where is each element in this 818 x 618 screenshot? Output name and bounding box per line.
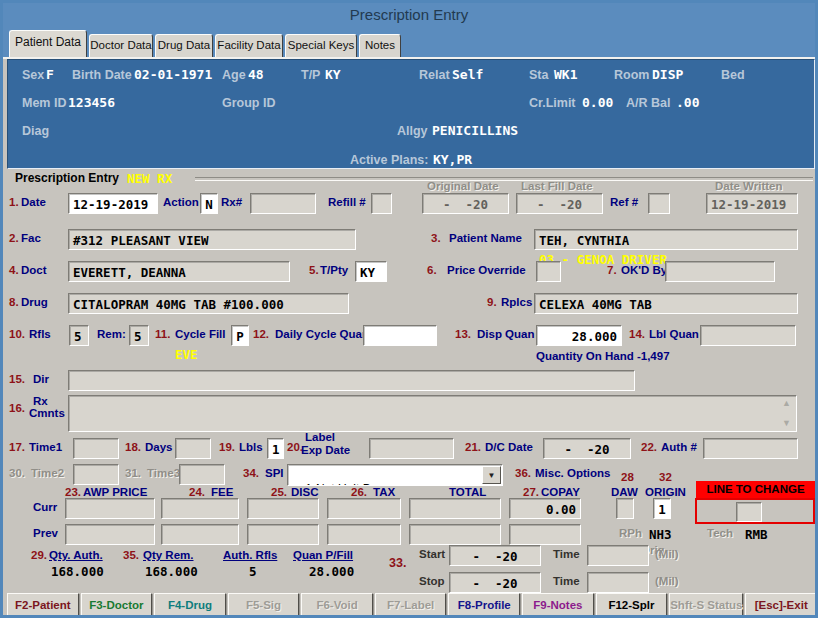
cr-limit-label: Cr.Limit bbox=[529, 96, 576, 110]
date-field[interactable]: 12-19-2019 bbox=[68, 193, 158, 214]
bed-label: Bed bbox=[721, 68, 745, 82]
scroll-up-icon[interactable]: ▲ bbox=[782, 399, 791, 408]
rx-cmnts-field[interactable] bbox=[68, 395, 797, 432]
tab-patient-data[interactable]: Patient Data bbox=[9, 30, 87, 57]
cycle-fill-field[interactable]: P bbox=[231, 325, 249, 346]
rfls-field[interactable]: 5 bbox=[69, 325, 89, 346]
auth-field[interactable] bbox=[703, 438, 798, 459]
rplcs-field[interactable]: CELEXA 40MG TAB bbox=[534, 293, 798, 314]
okd-by-field[interactable] bbox=[665, 261, 775, 282]
f2-patient-button[interactable]: F2-Patient bbox=[7, 593, 79, 617]
curr-copay-field[interactable]: 0.00 bbox=[509, 498, 581, 519]
facility-field[interactable]: #312 PLEASANT VIEW bbox=[68, 229, 356, 250]
okd-by-label: OK'D By bbox=[621, 264, 667, 276]
curr-fee-field[interactable] bbox=[161, 498, 239, 519]
doctor-field[interactable]: EVERETT, DEANNA bbox=[68, 261, 290, 282]
start-stop-num: 33. bbox=[389, 556, 406, 570]
start-time-field[interactable] bbox=[587, 545, 649, 566]
function-button-row: F2-Patient F3-Doctor F4-Drug F5-Sig F6-V… bbox=[7, 593, 817, 617]
daw-field[interactable] bbox=[616, 498, 634, 519]
f6-void-button: F6-Void bbox=[301, 593, 373, 617]
start-mil-label: (Mil) bbox=[655, 548, 679, 560]
tp-label: T/P bbox=[301, 68, 320, 82]
sex-label: Sex bbox=[22, 68, 44, 82]
rph-value: NH3 bbox=[649, 527, 672, 542]
patient-name-field[interactable]: TEH, CYNTHIA bbox=[534, 229, 798, 250]
okd-by-num: 7. bbox=[607, 264, 617, 276]
relat-value: Self bbox=[452, 67, 483, 82]
tab-drug-data[interactable]: Drug Data bbox=[155, 34, 213, 57]
ref-number-field[interactable] bbox=[648, 193, 670, 214]
rx-number-field[interactable] bbox=[250, 193, 316, 214]
relat-label: Relat bbox=[419, 68, 450, 82]
tab-facility-data[interactable]: Facility Data bbox=[215, 34, 283, 57]
tab-doctor-data[interactable]: Doctor Data bbox=[89, 34, 153, 57]
date-written-label: Date Written bbox=[715, 180, 783, 192]
start-date-field[interactable]: - -20 bbox=[449, 545, 541, 566]
prev-fee-field bbox=[161, 524, 239, 545]
ref-number-label: Ref # bbox=[610, 196, 638, 208]
allgy-value: PENICILLINS bbox=[432, 123, 518, 138]
date-written-field: 12-19-2019 bbox=[706, 193, 798, 214]
f3-doctor-button[interactable]: F3-Doctor bbox=[81, 593, 153, 617]
qty-rem-num: 35. bbox=[123, 549, 139, 561]
prev-disc-field bbox=[247, 524, 319, 545]
time1-field[interactable] bbox=[73, 438, 119, 459]
tab-strip: Patient Data Doctor Data Drug Data Facil… bbox=[3, 27, 815, 59]
dc-date-field[interactable]: - -20 bbox=[543, 438, 631, 459]
start-time-label: Time bbox=[553, 548, 580, 560]
drug-num: 8. bbox=[9, 296, 19, 308]
disp-quan-field[interactable]: 28.000 bbox=[536, 325, 622, 346]
label-exp-date-field[interactable] bbox=[369, 438, 454, 459]
auth-label: Auth # bbox=[661, 441, 697, 453]
stop-time-field[interactable] bbox=[587, 572, 649, 593]
tab-special-keys[interactable]: Special Keys bbox=[285, 34, 357, 57]
chevron-down-icon[interactable]: ▼ bbox=[482, 466, 501, 484]
time3-field bbox=[179, 464, 225, 485]
spi-num: 34. bbox=[243, 467, 259, 479]
origin-field[interactable]: 1 bbox=[653, 498, 671, 519]
dir-field[interactable] bbox=[68, 370, 635, 391]
drug-field[interactable]: CITALOPRAM 40MG TAB #100.000 bbox=[68, 293, 349, 314]
ar-bal-value: .00 bbox=[676, 95, 699, 110]
disp-quan-label: Disp Quan bbox=[477, 328, 535, 340]
f9-notes-button[interactable]: F9-Notes bbox=[522, 593, 594, 617]
curr-disc-field[interactable] bbox=[247, 498, 319, 519]
refill-field[interactable] bbox=[371, 193, 392, 214]
tab-notes[interactable]: Notes bbox=[359, 34, 401, 57]
f8-profile-button[interactable]: F8-Profile bbox=[448, 593, 520, 617]
fac-label: Fac bbox=[21, 232, 41, 244]
tech-value: RMB bbox=[745, 527, 768, 542]
curr-tax-field[interactable] bbox=[327, 498, 401, 519]
qty-rem-value: 168.000 bbox=[145, 564, 198, 579]
lbl-quan-num: 14. bbox=[629, 328, 645, 340]
curr-awp-field[interactable] bbox=[65, 498, 155, 519]
new-rx-flag: NEW RX bbox=[127, 171, 172, 186]
stop-date-field[interactable]: - -20 bbox=[449, 572, 541, 593]
action-field[interactable]: N bbox=[200, 193, 218, 214]
line-to-change-box bbox=[695, 498, 815, 524]
active-plans-label: Active Plans: bbox=[350, 153, 429, 167]
cycle-fill-num: 11. bbox=[155, 328, 170, 340]
tpty-field[interactable]: KY bbox=[355, 261, 387, 282]
esc-exit-button[interactable]: [Esc]-Exit bbox=[745, 593, 817, 617]
f12-splr-button[interactable]: F12-Splr bbox=[596, 593, 668, 617]
line-to-change-field[interactable] bbox=[736, 502, 762, 522]
f4-drug-button[interactable]: F4-Drug bbox=[154, 593, 226, 617]
lbl-quan-field[interactable] bbox=[700, 325, 796, 346]
days-label: Days bbox=[145, 441, 173, 453]
daily-cycle-quan-field[interactable] bbox=[363, 325, 437, 346]
rx-cmnts-label1: Rx bbox=[33, 395, 48, 407]
origin-label: ORIGIN bbox=[645, 486, 686, 498]
window-title: Prescription Entry bbox=[350, 6, 468, 23]
scroll-down-icon[interactable]: ▼ bbox=[782, 419, 791, 428]
price-override-field[interactable] bbox=[536, 261, 561, 282]
lbls-field[interactable]: 1 bbox=[267, 438, 284, 459]
days-field[interactable] bbox=[175, 438, 211, 459]
sex-value: F bbox=[46, 67, 54, 82]
spi-dropdown[interactable]: 1-Not Unit Dose ▼ bbox=[287, 464, 503, 486]
rx-cmnts-num: 16. bbox=[9, 402, 25, 414]
mem-id-label: Mem ID bbox=[22, 96, 66, 110]
rem-field[interactable]: 5 bbox=[129, 325, 149, 346]
action-label: Action bbox=[163, 196, 199, 208]
